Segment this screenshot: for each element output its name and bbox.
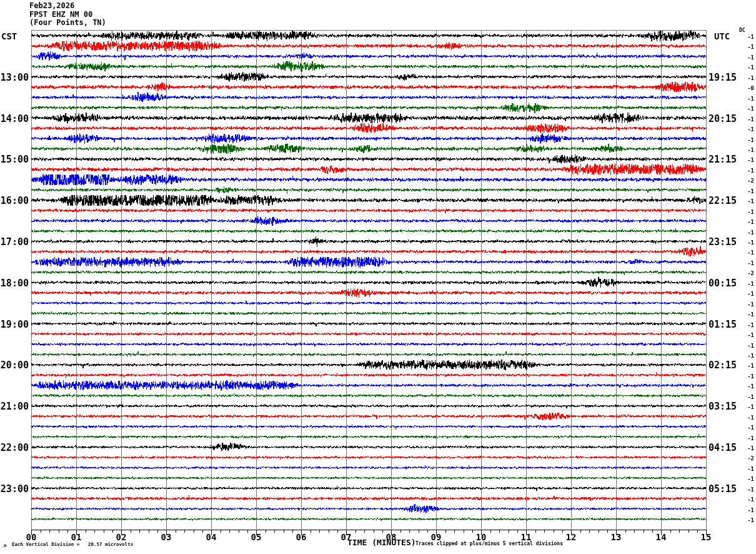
title-location: (Four Points, TN) xyxy=(29,19,106,27)
cst-time-label: 22:00 xyxy=(0,442,29,453)
title-date: Feb23,2026 xyxy=(29,2,74,10)
cst-time-label: 21:00 xyxy=(0,401,29,412)
dc-offset-value: -1 xyxy=(737,34,754,40)
dc-offset-value: -1 xyxy=(737,198,754,204)
dc-offset-value: -1 xyxy=(737,168,754,174)
utc-time-label: 05:15 xyxy=(709,483,737,495)
dc-offset-value: -1 xyxy=(737,425,754,431)
left-timezone-label: CST xyxy=(1,31,17,41)
dc-offset-value: -1 xyxy=(737,435,754,441)
cst-time-label: 23:00 xyxy=(0,483,29,495)
dc-offset-value: -0 xyxy=(737,85,754,91)
x-tick-label: 01 xyxy=(67,532,85,542)
x-tick-label: 03 xyxy=(157,532,175,542)
utc-time-label: 04:15 xyxy=(709,442,737,453)
utc-time-label: 01:15 xyxy=(709,319,737,330)
dc-offset-value: -2 xyxy=(737,455,754,461)
right-timezone-label: UTC xyxy=(714,31,730,41)
x-tick-label: 04 xyxy=(202,532,220,542)
x-tick-label: 15 xyxy=(697,532,715,542)
dc-offset-value: -1 xyxy=(737,147,754,153)
dc-offset-value: -1 xyxy=(737,353,754,359)
utc-time-label: 21:15 xyxy=(709,154,737,165)
dc-offset-value: -1 xyxy=(737,394,754,400)
x-tick-label: 12 xyxy=(562,532,580,542)
cst-time-label: 15:00 xyxy=(0,154,29,165)
dc-offset-value: -1 xyxy=(737,476,754,482)
dc-offset-value: -1 xyxy=(737,281,754,287)
dc-offset-value: -1 xyxy=(737,116,754,123)
x-tick-label: 02 xyxy=(112,532,130,542)
dc-offset-value: -1 xyxy=(737,517,754,523)
utc-time-label: 23:15 xyxy=(709,236,737,248)
dc-offset-value: -1 xyxy=(737,496,754,503)
x-tick-label: 13 xyxy=(607,532,625,542)
utc-time-label: 19:15 xyxy=(709,72,737,83)
utc-time-label: 22:15 xyxy=(709,195,737,206)
dc-offset-value: -1 xyxy=(737,445,754,451)
x-tick-label: 05 xyxy=(247,532,265,542)
dc-offset-value: -1 xyxy=(737,322,754,328)
dc-offset-value: -1 xyxy=(737,373,754,380)
dc-offset-value: -1 xyxy=(737,466,754,472)
cst-time-label: 18:00 xyxy=(0,278,29,289)
x-axis-title: TIME (MINUTES) xyxy=(347,538,416,547)
cst-time-label: 19:00 xyxy=(0,319,29,330)
dc-offset-value: -1 xyxy=(737,126,754,133)
x-tick-label: 00 xyxy=(22,532,40,542)
dc-offset-value: -2 xyxy=(737,178,754,184)
dc-offset-value: -1 xyxy=(737,75,754,81)
dc-offset-value: -1 xyxy=(737,260,754,266)
cst-time-label: 13:00 xyxy=(0,72,29,83)
dc-offset-value: -1 xyxy=(737,486,754,493)
utc-time-label: 02:15 xyxy=(709,360,737,371)
dc-offset-value: -1 xyxy=(737,291,754,297)
corner-mark: .M xyxy=(2,543,6,548)
dc-offset-value: -1 xyxy=(737,137,754,143)
dc-offset-value: -1 xyxy=(737,404,754,410)
dc-offset-value: -1 xyxy=(737,383,754,390)
utc-time-label: 03:15 xyxy=(709,401,737,412)
x-tick-label: 06 xyxy=(292,532,310,542)
cst-time-label: 17:00 xyxy=(0,236,29,248)
dc-offset-value: -1 xyxy=(737,301,754,308)
dc-offset-value: -1 xyxy=(737,363,754,369)
seismogram-canvas xyxy=(0,0,756,554)
cst-time-label: 20:00 xyxy=(0,360,29,371)
dc-offset-value: -1 xyxy=(737,219,754,225)
dc-offset-value: -1 xyxy=(737,96,754,102)
dc-offset-value: -1 xyxy=(737,209,754,215)
dc-offset-value: -1 xyxy=(737,415,754,421)
cst-time-label: 14:00 xyxy=(0,113,29,124)
dc-offset-value: -1 xyxy=(737,229,754,236)
dc-offset-value: -1 xyxy=(737,54,754,61)
scale-note: Each Vertical Division = 28.57 microvolt… xyxy=(12,541,133,547)
x-tick-label: 14 xyxy=(652,532,670,542)
dc-offset-value: -1 xyxy=(737,332,754,338)
utc-time-label: 20:15 xyxy=(709,113,737,124)
dc-offset-value: -1 xyxy=(737,249,754,256)
dc-offset-value: -1 xyxy=(737,188,754,194)
dc-offset-value: -1 xyxy=(737,343,754,349)
dc-offset-value: -1 xyxy=(737,157,754,163)
cst-time-label: 16:00 xyxy=(0,195,29,206)
dc-offset-header: DC xyxy=(739,28,745,33)
dc-offset-value: -2 xyxy=(737,270,754,276)
dc-offset-value: -1 xyxy=(737,507,754,513)
dc-offset-value: -1 xyxy=(737,239,754,246)
dc-offset-value: -1 xyxy=(737,106,754,112)
utc-time-label: 00:15 xyxy=(709,278,737,289)
dc-offset-value: -1 xyxy=(737,44,754,50)
dc-offset-value: -1 xyxy=(737,311,754,318)
dc-offset-value: -1 xyxy=(737,64,754,71)
clip-note: Traces clipped at plus/minus 5 vertical … xyxy=(415,541,563,546)
